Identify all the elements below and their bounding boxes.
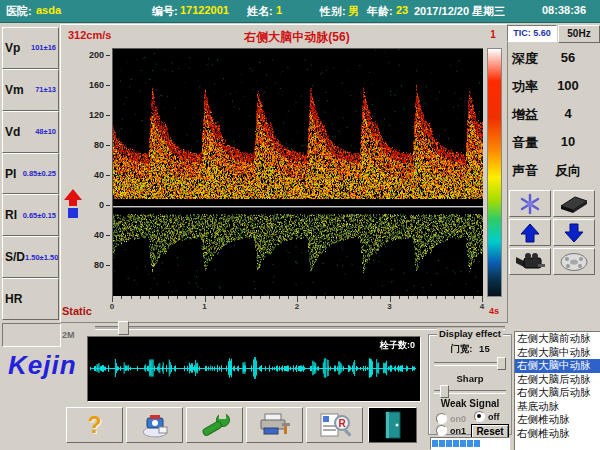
x-axis-tick [306,296,307,299]
radio-on1[interactable]: on1 [436,425,466,436]
artery-list-item[interactable]: 左侧大脑前动脉 [515,332,600,346]
radio-on1-dot[interactable] [436,425,447,436]
gender-label: 性别: [320,4,346,19]
x-axis-tick [232,296,233,299]
x-axis-tick [195,296,196,299]
artery-list-item[interactable]: 左侧大脑后动脉 [515,373,600,387]
x-axis-tick [149,296,150,299]
display-effect-title: Display effect [437,328,503,339]
parameter-value: 0.85±0.25 [23,169,56,178]
scale-up-button[interactable] [509,219,551,246]
gate-width-slider[interactable] [434,356,506,368]
artery-list-item[interactable]: 右侧大脑中动脉 [515,359,600,373]
scale-down-button[interactable] [553,219,595,246]
y-axis-tick [106,85,110,86]
svg-text:R: R [338,418,346,429]
x-axis-tick [214,296,215,299]
age-label: 年龄: [367,4,393,19]
velocity-axis: 200160120804004080 [76,26,112,316]
parameter-cell-vm[interactable]: Vm71±13 [2,69,59,111]
parameter-cell-ri[interactable]: RI0.65±0.15 [2,194,59,236]
artery-list[interactable]: 左侧大脑前动脉左侧大脑中动脉右侧大脑中动脉左侧大脑后动脉右侧大脑后动脉基底动脉左… [514,331,600,450]
x-axis-tick [158,296,159,299]
wrench-icon [198,412,232,438]
readout-label: 增益 [508,106,538,124]
x-axis-tick [343,296,344,299]
x-axis-tick [371,296,372,299]
x-axis-tick [269,296,270,299]
x-axis-tick-label: 4 [480,302,484,311]
x-axis-tick [427,296,428,299]
emboli-count-label: 栓子数:0 [380,339,415,352]
y-axis-tick [106,55,110,56]
x-axis-tick [436,296,437,299]
print-button[interactable] [246,407,303,443]
gate-width-value: 15 [479,343,490,354]
artery-list-item[interactable]: 右侧大脑后动脉 [515,386,600,400]
control-readouts: 深度56功率100增益4音量10声音反向 [508,50,598,192]
radio-off-dot[interactable] [474,411,485,422]
parameter-value: 0.65±0.15 [23,211,56,220]
readout-value: 100 [538,78,598,96]
y-axis-tick [106,235,110,236]
probe-label: 2M [62,330,75,340]
artery-list-item[interactable]: 基底动脉 [515,400,600,414]
y-axis-tick [106,145,110,146]
artery-list-item[interactable]: 左侧椎动脉 [515,413,600,427]
parameter-label: Vm [5,83,24,97]
x-axis-tick [445,296,446,299]
help-button[interactable]: ? [66,407,123,443]
x-axis-tick [408,296,409,299]
doppler-spectrum-canvas [112,48,483,296]
radio-off[interactable]: off [474,411,500,422]
readout-value: 10 [538,134,598,152]
sharp-slider[interactable] [434,384,506,396]
save-case-button[interactable] [126,407,183,443]
sharp-slider-thumb[interactable] [440,385,449,398]
trackbar-thumb[interactable] [118,321,129,335]
x-axis-tick [242,296,243,299]
parameter-label: Vp [5,41,20,55]
frequency-button[interactable]: 50Hz [558,25,600,43]
x-axis-tick [223,296,224,299]
parameter-label: RI [5,208,17,222]
artery-list-item[interactable]: 右侧椎动脉 [515,427,600,441]
baseline-cursor-icon[interactable] [64,189,84,219]
hospital-value: asda [36,4,61,16]
parameter-cell-hr[interactable]: HR [2,278,59,320]
erase-button[interactable] [553,190,595,217]
x-axis-tick [380,296,381,299]
intensity-colorbar [487,48,502,297]
parameter-value: 1.50±1.50 [25,253,58,262]
hospital-label: 医院: [6,4,32,19]
parameter-cell-vp[interactable]: Vp101±16 [2,27,59,69]
artery-list-item[interactable]: 左侧大脑中动脉 [515,346,600,360]
radio-on0-dot[interactable] [436,413,447,424]
printer-icon [257,412,293,438]
parameter-value: 101±16 [31,43,56,52]
gate-slider-track[interactable] [434,362,506,366]
video-record-button[interactable] [509,248,551,275]
playback-button[interactable] [553,248,595,275]
readout-value: 反向 [538,162,598,180]
exit-button[interactable] [368,407,417,443]
parameter-cell-pi[interactable]: PI0.85±0.25 [2,153,59,195]
emboli-trace-canvas [88,337,418,399]
x-axis-tick [316,296,317,299]
gender-value: 男 [348,4,359,19]
freeze-button[interactable] [509,190,551,217]
tools-button[interactable] [186,407,243,443]
x-axis-tick-label: 3 [387,302,391,311]
report-button[interactable]: R [306,407,363,443]
gate-slider-thumb[interactable] [497,357,506,370]
sidebar-empty-cell [2,323,61,347]
parameter-cell-vd[interactable]: Vd48±10 [2,111,59,153]
signal-level-segment [446,440,452,447]
parameter-cell-s-d[interactable]: S/D1.50±1.50 [2,236,59,278]
patient-id-label: 编号: [152,4,178,19]
y-axis-tick-label: 80 [76,260,104,270]
x-axis-tick [325,296,326,299]
emboli-trace-panel: 栓子数:0 [87,336,421,402]
readout-label: 功率 [508,78,538,96]
radio-on0[interactable]: on0 [436,413,466,424]
